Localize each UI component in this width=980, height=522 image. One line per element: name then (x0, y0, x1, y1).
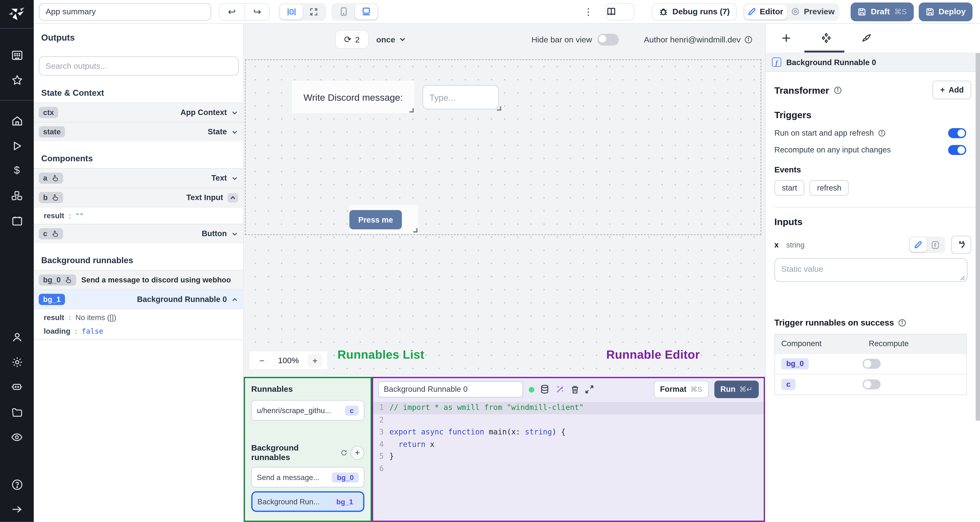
code-editor[interactable]: 1// import * as wmill from "windmill-cli… (373, 401, 764, 521)
output-row-bg1[interactable]: bg_1 Background Runnable 0 (34, 290, 243, 309)
connect-input-button[interactable] (951, 236, 971, 254)
format-button[interactable]: Format ⌘S (654, 381, 708, 398)
chevron-down-icon[interactable] (231, 128, 238, 135)
recompute-inputs-toggle[interactable] (948, 145, 966, 155)
rail-settings-icon[interactable] (0, 350, 34, 374)
bg0-recompute-toggle[interactable] (862, 359, 881, 369)
debug-runs-button[interactable]: Debug runs (7) (652, 3, 737, 20)
output-row-c[interactable]: c Button (34, 224, 243, 243)
press-me-button[interactable]: Press me (349, 210, 402, 229)
right-panel-scrollbar[interactable] (976, 53, 980, 420)
docs-button[interactable] (606, 3, 634, 20)
runnable-name-input[interactable] (378, 381, 523, 398)
chevron-down-icon[interactable] (231, 230, 238, 237)
resize-handle[interactable] (409, 108, 414, 113)
refresh-count-button[interactable]: ⟳ 2 (335, 30, 369, 49)
rail-divider2 (0, 100, 34, 101)
resize-handle[interactable] (497, 106, 501, 110)
fullscreen-layout-button[interactable] (302, 4, 325, 19)
bg1-result-row: result:No items ([]) (34, 309, 243, 326)
run-on-start-toggle[interactable] (948, 128, 966, 138)
delete-icon[interactable] (571, 385, 579, 394)
code-line[interactable]: 3export async function main(x: string) { (373, 427, 764, 439)
cache-icon[interactable] (540, 385, 549, 395)
chevron-up-icon[interactable] (231, 296, 238, 303)
background-runnables-heading: Background runnables (34, 243, 243, 270)
output-row-b[interactable]: b Text Input (34, 188, 243, 207)
resize-handle[interactable] (413, 228, 417, 232)
runnable-item-bg1-selected[interactable]: Background Run... bg_1 (251, 492, 364, 512)
runnable-item-bg0[interactable]: Send a message... bg_0 (251, 467, 364, 488)
app-canvas[interactable]: Write Discord message: Press me (243, 55, 765, 377)
add-transformer-button[interactable]: +Add (933, 81, 971, 99)
output-row-ctx[interactable]: ctx App Context (34, 103, 243, 122)
rail-home-icon[interactable] (0, 108, 34, 133)
code-line[interactable]: 2 (373, 414, 764, 427)
output-row-bg0[interactable]: bg_0 Send a message to discord using web… (34, 270, 243, 289)
mobile-view-button[interactable] (332, 4, 355, 19)
runnable-item-label: Send a message... (257, 473, 320, 482)
zoom-out-button[interactable]: − (255, 353, 269, 367)
bg0-ref-badge[interactable]: bg_0 (781, 358, 809, 369)
chevron-up-icon[interactable] (228, 193, 238, 202)
event-chip-refresh[interactable]: refresh (810, 180, 849, 196)
frequency-dropdown[interactable]: once (376, 35, 407, 44)
search-outputs-input[interactable] (39, 56, 239, 76)
rail-apps-icon[interactable] (0, 43, 34, 67)
redo-button[interactable]: ↪ (244, 3, 269, 20)
static-mode-button[interactable] (910, 237, 927, 252)
settings-components-tab-icon[interactable] (821, 32, 832, 44)
output-row-a[interactable]: a Text (34, 168, 243, 188)
rail-schedules-icon[interactable] (0, 208, 34, 233)
center-layout-button[interactable] (280, 4, 302, 19)
code-line[interactable]: 4 return x (373, 439, 764, 451)
rail-folders-icon[interactable] (0, 399, 34, 425)
styling-tab-icon[interactable] (861, 33, 872, 43)
expr-mode-button[interactable] (927, 237, 944, 252)
desktop-view-button[interactable] (355, 4, 377, 19)
run-button[interactable]: Run ⌘↵ (714, 381, 759, 398)
output-row-state[interactable]: state State (34, 122, 243, 141)
zoom-level: 100% (278, 356, 299, 365)
more-menu-button[interactable]: ⋮ (584, 6, 593, 17)
chevron-down-icon[interactable] (231, 109, 238, 116)
hide-bar-toggle[interactable] (598, 33, 619, 45)
discord-message-input[interactable] (422, 85, 499, 109)
chevron-down-icon[interactable] (231, 175, 238, 181)
editor-tab[interactable]: Editor (744, 4, 787, 19)
windmill-logo-icon[interactable] (8, 6, 26, 23)
code-line[interactable]: 1// import * as wmill from "windmill-cli… (373, 402, 764, 414)
event-chip-start[interactable]: start (775, 180, 805, 196)
preview-tab[interactable]: Preview (787, 4, 838, 19)
rail-workers-icon[interactable] (0, 374, 34, 399)
c-ref-badge[interactable]: c (781, 379, 795, 390)
static-value-textarea[interactable] (775, 258, 967, 282)
rail-help-icon[interactable] (0, 472, 34, 497)
rail-billing-icon[interactable]: $ (0, 158, 34, 183)
ai-wand-icon[interactable] (555, 385, 565, 395)
button-component-c[interactable]: Press me (349, 205, 418, 233)
add-background-runnable-button[interactable]: + (350, 446, 364, 460)
textarea-resize-grip[interactable] (959, 274, 965, 281)
rail-runs-icon[interactable] (0, 133, 34, 158)
rail-collapse-icon[interactable] (0, 497, 34, 522)
deploy-button[interactable]: Deploy (918, 2, 972, 21)
code-line[interactable]: 5} (373, 451, 764, 463)
expand-icon[interactable] (585, 385, 594, 394)
zoom-in-button[interactable]: + (308, 353, 322, 367)
undo-button[interactable]: ↩ (220, 3, 244, 20)
rail-audit-icon[interactable] (0, 425, 34, 450)
code-line[interactable]: 6 (373, 463, 764, 475)
runnable-item-c[interactable]: u/henri/scrape_githu... c (251, 400, 364, 421)
canvas-grid-container[interactable]: Write Discord message: Press me (245, 59, 761, 235)
app-summary-input[interactable] (39, 3, 211, 20)
draft-button[interactable]: Draft ⌘S (851, 2, 914, 21)
textinput-component-b[interactable] (422, 81, 504, 113)
rail-user-icon[interactable] (0, 325, 34, 350)
insert-component-tab-icon[interactable] (781, 33, 792, 43)
rail-favorites-icon[interactable] (0, 68, 34, 92)
rail-resources-icon[interactable] (0, 183, 34, 208)
runnable-settings-panel: f Background Runnable 0 Transformer +Add… (765, 24, 980, 522)
c-recompute-toggle[interactable] (862, 379, 881, 389)
text-component-a[interactable]: Write Discord message: (292, 81, 414, 113)
